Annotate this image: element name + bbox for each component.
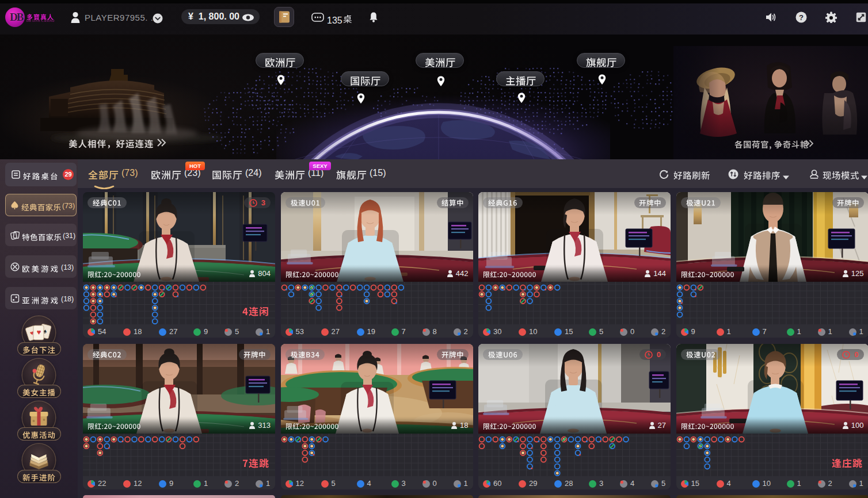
svg-text:♥: ♥ — [37, 328, 41, 336]
svg-text:?: ? — [799, 13, 804, 22]
